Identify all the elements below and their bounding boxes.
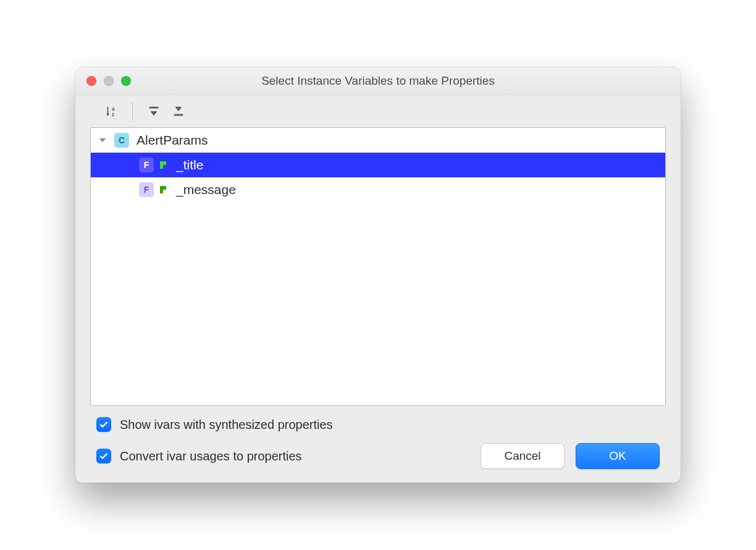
expand-all-icon	[147, 104, 161, 118]
checkbox-label: Show ivars with synthesized properties	[120, 418, 333, 432]
options-area: Show ivars with synthesized properties C…	[90, 406, 666, 469]
class-badge-icon: C	[114, 133, 129, 148]
expand-all-button[interactable]	[141, 100, 166, 122]
maximize-icon[interactable]	[121, 76, 131, 86]
check-icon	[99, 420, 109, 429]
traffic-lights	[86, 76, 131, 86]
tree-item-label: _title	[174, 158, 203, 172]
minimize-icon[interactable]	[104, 76, 114, 86]
cancel-button[interactable]: Cancel	[481, 443, 565, 469]
ok-button[interactable]: OK	[576, 443, 660, 469]
tree-root-label: AlertParams	[134, 133, 208, 148]
svg-rect-3	[174, 114, 183, 116]
property-tag-icon	[159, 160, 169, 170]
dialog-window: Select Instance Variables to make Proper…	[75, 67, 681, 483]
field-badge-icon: F	[139, 182, 154, 197]
window-title: Select Instance Variables to make Proper…	[75, 74, 681, 88]
toolbar: a z	[75, 95, 681, 127]
option-row-show-ivars: Show ivars with synthesized properties	[96, 417, 660, 432]
checkbox-show-ivars[interactable]	[96, 417, 111, 432]
collapse-all-icon	[172, 104, 185, 118]
titlebar: Select Instance Variables to make Proper…	[75, 67, 681, 95]
tree-panel[interactable]: C AlertParams F _title F _message	[90, 127, 666, 406]
checkbox-convert-usages[interactable]	[96, 449, 111, 463]
tree-item-title[interactable]: F _title	[91, 153, 665, 177]
tree-item-label: _message	[174, 182, 236, 197]
svg-text:a: a	[112, 106, 115, 112]
property-tag-icon	[159, 185, 169, 195]
tree-item-message[interactable]: F _message	[91, 177, 665, 202]
dialog-buttons: Cancel OK	[481, 443, 660, 469]
close-icon[interactable]	[86, 76, 96, 86]
content-area: C AlertParams F _title F _message	[75, 127, 681, 483]
svg-text:z: z	[112, 112, 114, 117]
sort-alpha-icon: a z	[104, 104, 118, 118]
field-badge-icon: F	[139, 158, 154, 172]
collapse-all-button[interactable]	[166, 100, 191, 122]
toolbar-separator	[132, 102, 133, 121]
tree-root-row[interactable]: C AlertParams	[91, 128, 665, 153]
checkbox-label: Convert ivar usages to properties	[120, 449, 302, 463]
svg-rect-2	[149, 107, 159, 109]
sort-alpha-button[interactable]: a z	[99, 100, 124, 122]
check-icon	[99, 451, 109, 461]
option-row-convert-usages: Convert ivar usages to properties Cancel…	[96, 443, 660, 469]
disclosure-triangle-icon[interactable]	[96, 133, 109, 147]
